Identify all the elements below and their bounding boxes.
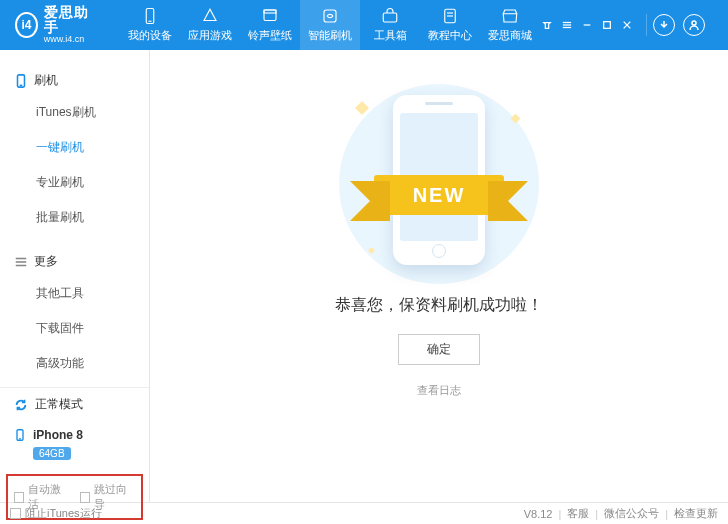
sidebar-item-oneclick-flash[interactable]: 一键刷机 xyxy=(0,130,149,165)
minimize-button[interactable] xyxy=(580,18,594,32)
sidebar-item-advanced[interactable]: 高级功能 xyxy=(0,346,149,381)
menu-button[interactable] xyxy=(560,18,574,32)
wechat-link[interactable]: 微信公众号 xyxy=(604,506,659,521)
nav-label: 教程中心 xyxy=(428,28,472,43)
top-nav: 我的设备 应用游戏 铃声壁纸 智能刷机 工具箱 教程中心 爱思商城 xyxy=(120,0,540,50)
sidebar-item-itunes-flash[interactable]: iTunes刷机 xyxy=(0,95,149,130)
download-button[interactable] xyxy=(653,14,675,36)
new-ribbon: NEW xyxy=(374,175,504,215)
svg-rect-5 xyxy=(383,13,397,22)
menu-icon xyxy=(14,255,28,269)
device-mode[interactable]: 正常模式 xyxy=(0,388,149,421)
window-controls xyxy=(540,14,728,36)
check-update-link[interactable]: 检查更新 xyxy=(674,506,718,521)
main-content: NEW 恭喜您，保资料刷机成功啦！ 确定 查看日志 xyxy=(150,50,728,502)
success-illustration: NEW xyxy=(329,85,549,275)
apps-icon xyxy=(201,7,219,25)
support-link[interactable]: 客服 xyxy=(567,506,589,521)
sidebar-group-title: 刷机 xyxy=(34,72,58,89)
device-selector[interactable]: iPhone 8 64GB xyxy=(0,421,149,470)
skin-button[interactable] xyxy=(540,18,554,32)
ok-button[interactable]: 确定 xyxy=(398,334,480,365)
sidebar-item-other-tools[interactable]: 其他工具 xyxy=(0,276,149,311)
sidebar-bottom: 正常模式 iPhone 8 64GB 自动激活 跳过向导 xyxy=(0,387,149,524)
device-icon xyxy=(141,7,159,25)
nav-label: 工具箱 xyxy=(374,28,407,43)
store-icon xyxy=(501,7,519,25)
app-site: www.i4.cn xyxy=(44,35,95,45)
nav-apps[interactable]: 应用游戏 xyxy=(180,0,240,50)
nav-toolbox[interactable]: 工具箱 xyxy=(360,0,420,50)
sidebar-group-flash-header[interactable]: 刷机 xyxy=(0,66,149,95)
nav-label: 铃声壁纸 xyxy=(248,28,292,43)
svg-rect-4 xyxy=(324,10,336,22)
svg-rect-2 xyxy=(264,10,276,21)
maximize-button[interactable] xyxy=(600,18,614,32)
docs-icon xyxy=(441,7,459,25)
nav-flash[interactable]: 智能刷机 xyxy=(300,0,360,50)
titlebar: i4 爱思助手 www.i4.cn 我的设备 应用游戏 铃声壁纸 智能刷机 工具… xyxy=(0,0,728,50)
checkbox-icon xyxy=(14,492,24,503)
sidebar-item-pro-flash[interactable]: 专业刷机 xyxy=(0,165,149,200)
sidebar-group-more-header[interactable]: 更多 xyxy=(0,247,149,276)
nav-label: 我的设备 xyxy=(128,28,172,43)
sidebar-group-more: 更多 其他工具 下载固件 高级功能 xyxy=(0,241,149,387)
checkbox-icon xyxy=(10,508,21,519)
app-logo[interactable]: i4 爱思助手 www.i4.cn xyxy=(0,5,105,46)
device-icon xyxy=(14,74,28,88)
music-icon xyxy=(261,7,279,25)
svg-rect-13 xyxy=(604,22,611,29)
phone-icon xyxy=(14,427,26,443)
device-name-label: iPhone 8 xyxy=(33,428,83,442)
nav-label: 爱思商城 xyxy=(488,28,532,43)
device-storage-badge: 64GB xyxy=(33,447,71,460)
success-message: 恭喜您，保资料刷机成功啦！ xyxy=(335,295,543,316)
version-label: V8.12 xyxy=(524,508,553,520)
svg-rect-3 xyxy=(264,10,276,13)
separator: | xyxy=(665,508,668,520)
account-button[interactable] xyxy=(683,14,705,36)
sidebar-item-download-firmware[interactable]: 下载固件 xyxy=(0,311,149,346)
nav-my-device[interactable]: 我的设备 xyxy=(120,0,180,50)
sidebar-item-batch-flash[interactable]: 批量刷机 xyxy=(0,200,149,235)
checkbox-icon xyxy=(80,492,90,503)
svg-point-16 xyxy=(692,21,696,25)
separator: | xyxy=(595,508,598,520)
nav-label: 应用游戏 xyxy=(188,28,232,43)
checkbox-block-itunes[interactable]: 阻止iTunes运行 xyxy=(10,506,102,521)
view-log-link[interactable]: 查看日志 xyxy=(417,383,461,398)
close-button[interactable] xyxy=(620,18,634,32)
checkbox-label: 阻止iTunes运行 xyxy=(25,506,102,521)
device-mode-label: 正常模式 xyxy=(35,396,83,413)
nav-label: 智能刷机 xyxy=(308,28,352,43)
sidebar: 刷机 iTunes刷机 一键刷机 专业刷机 批量刷机 更多 其他工具 下载固件 … xyxy=(0,50,150,502)
separator: | xyxy=(558,508,561,520)
logo-icon: i4 xyxy=(15,12,38,38)
nav-tutorials[interactable]: 教程中心 xyxy=(420,0,480,50)
nav-store[interactable]: 爱思商城 xyxy=(480,0,540,50)
sidebar-group-title: 更多 xyxy=(34,253,58,270)
sidebar-group-flash: 刷机 iTunes刷机 一键刷机 专业刷机 批量刷机 xyxy=(0,60,149,241)
toolbox-icon xyxy=(381,7,399,25)
sync-icon xyxy=(14,398,28,412)
nav-ringtones[interactable]: 铃声壁纸 xyxy=(240,0,300,50)
flash-icon xyxy=(321,7,339,25)
app-name: 爱思助手 xyxy=(44,5,95,36)
